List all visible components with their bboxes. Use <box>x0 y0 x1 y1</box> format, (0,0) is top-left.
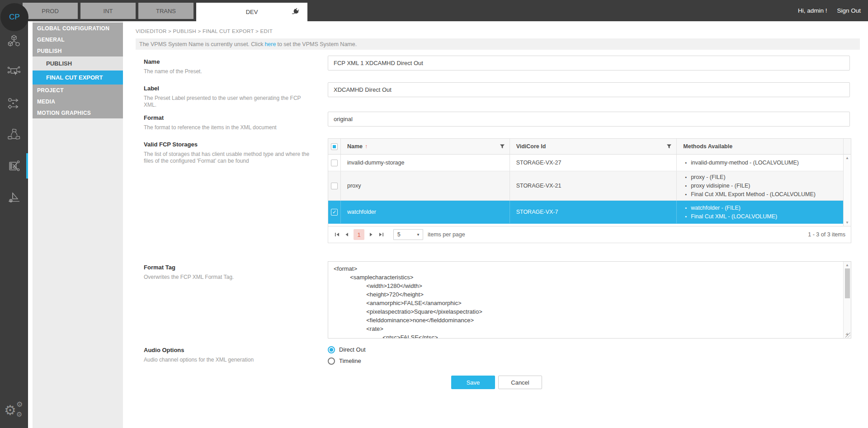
pager-prev-button[interactable] <box>342 230 352 240</box>
table-row[interactable]: invalid-dummy-storage STORAGE-VX-27 •inv… <box>328 155 851 171</box>
environment-tabs: PROD INT TRANS DEV <box>23 3 307 21</box>
gear-icon: ⚙ <box>4 404 16 417</box>
storages-grid: Name ↑ VidiCore Id <box>328 138 851 243</box>
tab-trans[interactable]: TRANS <box>138 3 193 19</box>
sign-out-link[interactable]: Sign Out <box>837 7 861 14</box>
form-row-format-tag: Format Tag Overwrites the FCP XML Format… <box>136 252 868 339</box>
items-per-page-label: items per page <box>428 231 465 238</box>
cancel-button[interactable]: Cancel <box>498 376 542 389</box>
radio-label: Direct Out <box>339 346 366 353</box>
bullet-icon: • <box>685 192 687 197</box>
form-row-storages: Valid FCP Storages The list of storages … <box>136 138 868 252</box>
row-checkbox[interactable] <box>331 183 338 189</box>
grid-pager: 1 5 ▼ items per page 1 - 3 of 3 items <box>328 226 851 243</box>
sidebar-item-label: PUBLISH <box>46 60 72 67</box>
label-input[interactable]: XDCAMHD Direct Out <box>328 82 850 97</box>
format-tag-textarea[interactable]: <format> <samplecharacteristics> <width>… <box>328 262 851 338</box>
sidebar-item-label: FINAL CUT EXPORT <box>46 74 103 81</box>
storage-methods: •invalid-dummy-method - (LOCALVOLUME) <box>677 155 844 171</box>
sidebar-item-publish-sub[interactable]: PUBLISH <box>33 56 123 71</box>
scroll-up-icon[interactable]: ▲ <box>845 156 849 160</box>
save-button[interactable]: Save <box>451 376 495 389</box>
app-icon-rail: ⚙ ⚙ ⚙ <box>0 21 28 428</box>
sidebar-item-label: GENERAL <box>37 37 65 43</box>
page-size-select[interactable]: 5 ▼ <box>393 229 423 240</box>
resize-grip[interactable] <box>845 333 850 338</box>
sidebar-item-label: PUBLISH <box>37 48 62 54</box>
pager-page-1[interactable]: 1 <box>354 229 364 240</box>
storage-name: proxy <box>341 171 510 200</box>
sidebar-item-label: PROJECT <box>37 87 64 94</box>
format-label: Format <box>144 114 310 121</box>
sidebar-item-general[interactable]: GENERAL <box>33 34 123 45</box>
config-sidebar: GLOBAL CONFIGURATION GENERAL PUBLISH PUB… <box>33 21 123 428</box>
modules-icon[interactable] <box>0 29 28 53</box>
tab-prod[interactable]: PROD <box>23 3 78 19</box>
radio-direct-out[interactable]: Direct Out <box>328 344 851 355</box>
format-tag-label: Format Tag <box>144 264 310 271</box>
sidebar-item-motion-graphics[interactable]: MOTION GRAPHICS <box>33 107 123 118</box>
storages-label: Valid FCP Storages <box>144 141 310 148</box>
user-greeting: Hi, admin ! <box>798 7 827 14</box>
sidebar-item-label: GLOBAL CONFIGURATION <box>37 25 109 32</box>
format-input[interactable]: original <box>328 112 850 127</box>
radio-selected-icon[interactable] <box>328 346 335 353</box>
scroll-up-icon[interactable]: ▲ <box>845 263 849 267</box>
format-tag-scrollbar[interactable]: ▲ ▼ <box>843 262 851 338</box>
sidebar-item-global-configuration[interactable]: GLOBAL CONFIGURATION <box>33 23 123 34</box>
preset-form: Name The name of the Preset. FCP XML 1 X… <box>136 56 868 389</box>
main-content: VIDIEDITOR > PUBLISH > FINAL CUT EXPORT … <box>123 21 868 428</box>
column-header-name[interactable]: Name ↑ <box>341 139 510 154</box>
column-header-vidicore-id[interactable]: VidiCore Id <box>510 139 677 154</box>
form-row-label: Label The Preset Label presented to the … <box>136 82 868 112</box>
tab-trans-label: TRANS <box>156 8 176 14</box>
video-editor-icon[interactable] <box>0 154 28 178</box>
table-row[interactable]: proxy STORAGE-VX-21 •proxy - (FILE) •pro… <box>328 171 851 201</box>
notice-here-link[interactable]: here <box>264 41 276 47</box>
form-row-format: Format The format to reference the items… <box>136 112 868 138</box>
sidebar-item-media[interactable]: MEDIA <box>33 96 123 107</box>
pager-next-button[interactable] <box>366 230 376 240</box>
format-tag-editor: <format> <samplecharacteristics> <width>… <box>328 261 851 339</box>
format-tag-description: Overwrites the FCP XML Format Tag. <box>144 274 310 281</box>
name-input[interactable]: FCP XML 1 XDCAMHD Direct Out <box>328 56 850 71</box>
filter-icon[interactable] <box>500 144 505 149</box>
grid-scrollbar[interactable]: ▲ ▼ <box>843 155 851 226</box>
plug-icon <box>289 6 301 19</box>
scroll-down-icon[interactable]: ▼ <box>845 221 849 225</box>
tab-int[interactable]: INT <box>80 3 136 19</box>
grid-body: invalid-dummy-storage STORAGE-VX-27 •inv… <box>328 155 851 226</box>
collaboration-icon[interactable] <box>0 123 28 146</box>
user-area: Hi, admin ! Sign Out <box>798 0 861 21</box>
sidebar-item-publish[interactable]: PUBLISH <box>33 45 123 56</box>
storage-methods: •watchfolder - (FILE) •Final Cut XML - (… <box>677 201 844 223</box>
audio-options-label: Audio Options <box>144 347 310 353</box>
pager-last-button[interactable] <box>376 230 386 240</box>
table-row-selected[interactable]: ✓ watchfolder STORAGE-VX-7 •watchfolder … <box>328 201 851 224</box>
settings-gears-icon[interactable]: ⚙ ⚙ ⚙ <box>0 398 28 422</box>
sidebar-item-project[interactable]: PROJECT <box>33 85 123 96</box>
sidebar-item-final-cut-export[interactable]: FINAL CUT EXPORT <box>33 71 123 85</box>
workflow-icon[interactable] <box>0 92 28 115</box>
audio-options-description: Audio channel options for the XML genera… <box>144 357 310 363</box>
label-description: The Preset Label presented to the user w… <box>144 95 302 108</box>
row-checkbox-checked[interactable]: ✓ <box>331 209 338 216</box>
sort-asc-icon: ↑ <box>365 143 368 150</box>
cp-logo[interactable]: CP <box>0 3 28 31</box>
design-icon[interactable] <box>0 185 28 209</box>
filter-icon[interactable] <box>666 144 672 149</box>
format-description: The format to reference the items in the… <box>144 124 310 131</box>
select-all-checkbox[interactable] <box>331 143 338 150</box>
name-description: The name of the Preset. <box>144 68 310 75</box>
notice-text: to set the VPMS System Name. <box>277 41 357 47</box>
tab-dev[interactable]: DEV <box>196 3 307 21</box>
vpms-notice-bar: The VPMS System Name is currently unset.… <box>136 38 860 50</box>
row-checkbox[interactable] <box>331 160 338 166</box>
radio-unselected-icon[interactable] <box>328 357 335 365</box>
name-label: Name <box>144 58 310 65</box>
scrollbar-thumb[interactable] <box>845 268 850 298</box>
pager-first-button[interactable] <box>332 230 342 240</box>
form-actions: Save Cancel <box>136 376 868 389</box>
radio-timeline[interactable]: Timeline <box>328 355 851 367</box>
ingest-icon[interactable] <box>0 61 28 84</box>
